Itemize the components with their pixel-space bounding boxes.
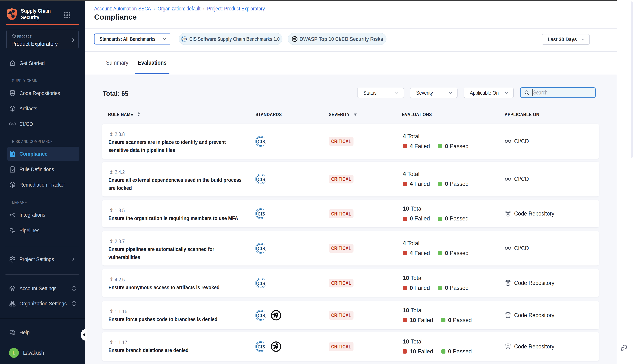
svg-text:?: ? bbox=[11, 330, 13, 333]
